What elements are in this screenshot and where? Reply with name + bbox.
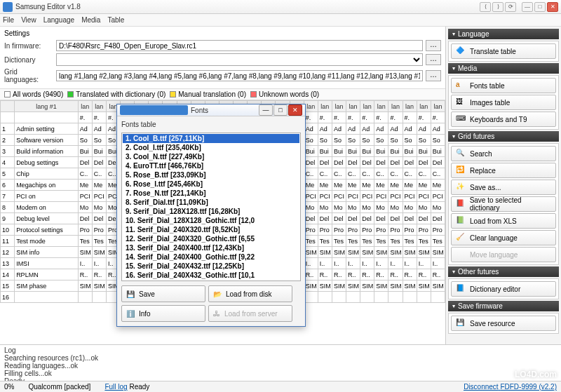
dialog-close[interactable]: ✕ xyxy=(288,104,302,116)
firmware-input[interactable] xyxy=(56,40,423,51)
font-item[interactable]: 10. Serif_Dial_128X128_Gothic.ttf [12,0 xyxy=(123,216,299,225)
panel-language-header[interactable]: Language xyxy=(448,29,559,39)
server-icon: 🖧 xyxy=(213,310,220,318)
font-item[interactable]: 1. Cool_B.ttf [257,11Kb] xyxy=(123,134,299,143)
col-lang1: lang #1 xyxy=(15,101,79,112)
status-ready: Ready xyxy=(129,383,149,391)
disk-icon: 💾 xyxy=(456,318,466,328)
full-log-link[interactable]: Full log xyxy=(104,383,127,391)
font-item[interactable]: 2. Cool_I.ttf [235,40Kb] xyxy=(123,143,299,152)
font-item[interactable]: 5. Rose_B.ttf [233,09Kb] xyxy=(123,170,299,180)
gridlang-browse-button[interactable]: … xyxy=(426,70,441,81)
dictionary-editor-button[interactable]: 📘Dictionary editor xyxy=(451,281,556,297)
panel-grid-header[interactable]: Grid futures xyxy=(448,131,559,142)
fonts-table-button[interactable]: aFonts table xyxy=(451,78,556,93)
font-item[interactable]: 13. Serif_Dial_240X400.ttf [12,43Kb] xyxy=(123,243,299,252)
gridlang-input[interactable] xyxy=(56,70,423,81)
menu-language[interactable]: Language xyxy=(43,16,75,24)
window-title: Samsung Editor v1.8 xyxy=(15,3,480,11)
folder-icon: 📂 xyxy=(213,290,222,298)
images-table-button[interactable]: 🖼Images table xyxy=(451,95,556,110)
close-button[interactable]: ✕ xyxy=(547,2,558,12)
filter-unknown-label: Unknown words (0) xyxy=(259,90,319,98)
font-item[interactable]: 16. Serif_Dial_240X432_Gothic.ttf [10,1 xyxy=(123,271,299,280)
menu-view[interactable]: View xyxy=(21,16,36,24)
dictionary-browse-button[interactable]: … xyxy=(426,54,441,65)
load-xls-button[interactable]: 📗Load from XLS xyxy=(451,213,556,229)
filter-translated-check[interactable] xyxy=(67,91,74,97)
status-chip: Qualcomm [packed] xyxy=(28,383,90,391)
firmware-browse-button[interactable]: … xyxy=(426,40,441,51)
dictionary-label: Dictionary xyxy=(4,56,53,64)
save-resource-button[interactable]: 💾Save resource xyxy=(451,316,556,331)
images-icon: 🖼 xyxy=(456,97,466,107)
font-item[interactable]: 9. Serif_Dial_128X128.ttf [16,28Kb] xyxy=(123,207,299,216)
saveas-button[interactable]: ✨Save as... xyxy=(451,180,556,195)
dictionary-select[interactable] xyxy=(56,53,423,66)
log-line: Reading languages...ok xyxy=(4,362,557,370)
font-item[interactable]: 15. Serif_Dial_240X432.ttf [12,25Kb] xyxy=(123,262,299,271)
filter-all-label: All words (9490) xyxy=(13,90,63,98)
panel-media-header[interactable]: Media xyxy=(448,63,559,74)
font-item[interactable]: 14. Serif_Dial_240X400_Gothic.ttf [9,22 xyxy=(123,252,299,262)
filter-all-check[interactable] xyxy=(4,91,11,97)
menu-media[interactable]: Media xyxy=(81,16,100,24)
gridlang-label: Grid languages: xyxy=(4,68,53,83)
nav-back-icon[interactable]: ⟨ xyxy=(480,2,491,12)
font-item[interactable]: 7. Rose_N.ttf [221,14Kb] xyxy=(123,189,299,198)
font-item[interactable]: 12. Serif_Dial_240X320_Gothic.ttf [6,55 xyxy=(123,234,299,243)
filter-translated-label: Translated with dictionary (0) xyxy=(76,90,165,98)
dialog-load-server-button: 🖧Load from server xyxy=(208,305,292,322)
maximize-button[interactable]: □ xyxy=(534,2,546,12)
device-link[interactable]: FDFD-9999 (v2.2) xyxy=(500,383,557,391)
xls-icon: 📗 xyxy=(456,216,466,226)
menu-file[interactable]: File xyxy=(3,16,14,24)
sidebar: Language 🔷Translate table Media aFonts t… xyxy=(446,27,561,344)
dict-icon: 📘 xyxy=(456,284,466,294)
clear-lang-button[interactable]: 🧹Clear language xyxy=(451,230,556,245)
menubar: File View Language Media Table xyxy=(0,14,561,27)
font-item[interactable]: 3. Cool_N.ttf [227,49Kb] xyxy=(123,152,299,161)
replace-icon: 🔁 xyxy=(456,165,466,175)
dialog-info-button[interactable]: ℹ️Info xyxy=(121,305,205,322)
font-item[interactable]: 6. Rose_I.ttf [245,46Kb] xyxy=(123,180,299,189)
move-icon xyxy=(456,250,466,259)
log-label: Log xyxy=(4,346,557,354)
watermark: LO4D.com xyxy=(515,370,557,379)
refresh-icon[interactable]: ⟳ xyxy=(505,2,516,12)
panel-save-header[interactable]: Save firmware xyxy=(448,301,559,311)
disconnect-link[interactable]: Disconnect xyxy=(464,383,498,391)
save-dict-button[interactable]: 📕Save to selected dictionary xyxy=(451,196,556,212)
fonts-dialog: Fonts — □ ✕ Fonts table 1. Cool_B.ttf [2… xyxy=(116,104,306,327)
dialog-save-button[interactable]: 💾Save xyxy=(121,285,205,302)
wand-icon: ✨ xyxy=(456,182,466,192)
log-line: Filling cells...ok xyxy=(4,370,557,377)
nav-fwd-icon[interactable]: ⟩ xyxy=(492,2,503,12)
fonts-icon: a xyxy=(456,81,466,90)
dialog-titlebar[interactable]: Fonts — □ ✕ xyxy=(117,104,305,116)
book-icon: 📕 xyxy=(456,199,466,209)
keyboards-button[interactable]: ⌨Keyboards and T9 xyxy=(451,111,556,127)
filter-bar: All words (9490) Translated with diction… xyxy=(0,88,445,100)
filter-manual-check[interactable] xyxy=(170,91,176,97)
translate-icon: 🔷 xyxy=(456,46,466,56)
replace-button[interactable]: 🔁Replace xyxy=(451,163,556,178)
disk-icon: 💾 xyxy=(126,290,135,298)
minimize-button[interactable]: — xyxy=(522,2,533,12)
font-item[interactable]: 8. Serif_Dial.ttf [11,09Kb] xyxy=(123,198,299,207)
search-icon: 🔍 xyxy=(456,149,466,158)
dialog-load-disk-button[interactable]: 📂Load from disk xyxy=(208,285,292,302)
panel-other-header[interactable]: Other futures xyxy=(448,266,559,277)
keyboard-icon: ⌨ xyxy=(456,114,466,124)
translate-table-button[interactable]: 🔷Translate table xyxy=(451,43,556,59)
search-button[interactable]: 🔍Search xyxy=(451,146,556,161)
firmware-label: In firmware: xyxy=(4,42,53,50)
status-percent: 0% xyxy=(4,383,14,391)
dialog-minimize[interactable]: — xyxy=(259,104,273,116)
font-item[interactable]: 4. EuroTT.ttf [466,76Kb] xyxy=(123,161,299,170)
dialog-maximize[interactable]: □ xyxy=(273,104,288,116)
filter-unknown-check[interactable] xyxy=(250,91,257,97)
fonts-list[interactable]: 1. Cool_B.ttf [257,11Kb]2. Cool_I.ttf [2… xyxy=(121,133,301,281)
font-item[interactable]: 11. Serif_Dial_240X320.ttf [8,52Kb] xyxy=(123,225,299,234)
menu-table[interactable]: Table xyxy=(107,16,124,24)
